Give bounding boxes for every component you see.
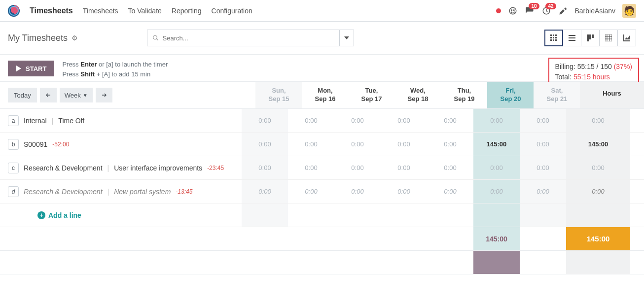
view-list[interactable] <box>563 30 581 46</box>
row-label[interactable]: aInternal|Time Off <box>0 109 242 132</box>
time-cell[interactable]: 0:00 <box>334 109 381 132</box>
recording-indicator-icon <box>496 8 501 13</box>
app-icon[interactable] <box>8 5 20 17</box>
time-cell[interactable]: 145:00 <box>473 133 520 156</box>
time-cell[interactable]: 0:00 <box>242 109 288 132</box>
list-icon <box>569 34 575 41</box>
time-cell[interactable]: 0:00 <box>288 156 334 179</box>
period-selector[interactable]: Week ▼ <box>60 88 93 102</box>
empty-hours-cell <box>566 203 630 227</box>
time-cell[interactable]: 0:00 <box>381 109 427 132</box>
empty-cell <box>381 203 427 227</box>
svg-point-4 <box>153 35 157 39</box>
chevron-down-icon <box>344 35 349 40</box>
view-pivot[interactable] <box>599 30 618 46</box>
add-line-label: Add a line <box>48 211 81 219</box>
time-cell[interactable]: 0:00 <box>381 180 427 203</box>
today-button[interactable]: Today <box>8 88 37 102</box>
day-header: Wed,Sep 18 <box>394 82 441 108</box>
grid-icon <box>550 34 557 41</box>
time-cell[interactable]: 0:00 <box>427 180 473 203</box>
time-cell[interactable]: 0:00 <box>520 156 566 179</box>
time-cell[interactable]: 0:00 <box>520 109 566 132</box>
day-header: Mon,Sep 16 <box>302 82 348 108</box>
time-cell[interactable]: 0:00 <box>381 133 427 156</box>
time-cell[interactable]: 0:00 <box>334 133 381 156</box>
foot-cell <box>242 251 288 274</box>
time-cell[interactable]: 0:00 <box>242 180 288 203</box>
svg-rect-17 <box>569 40 575 41</box>
empty-cell <box>520 203 566 227</box>
search-box[interactable] <box>147 30 339 46</box>
time-cell[interactable]: 0:00 <box>288 180 334 203</box>
row-key[interactable]: a <box>8 115 19 126</box>
view-graph[interactable] <box>617 30 636 46</box>
row-label[interactable]: dResearch & Development|New portal syste… <box>0 180 242 203</box>
nav-reporting[interactable]: Reporting <box>172 7 202 15</box>
topbar-right: 10 42 BarbieAsianv 🧑 <box>496 4 637 18</box>
foot-label <box>0 251 242 274</box>
nav-to-validate[interactable]: To Validate <box>128 7 162 15</box>
activities-icon[interactable]: 42 <box>541 6 551 16</box>
next-button[interactable] <box>96 88 112 102</box>
prev-button[interactable] <box>40 88 57 102</box>
messages-icon[interactable]: 10 <box>525 6 535 16</box>
time-cell[interactable]: 0:00 <box>427 133 473 156</box>
row-key[interactable]: b <box>8 139 19 150</box>
day-headers: Sun,Sep 15Mon,Sep 16Tue,Sep 17Wed,Sep 18… <box>255 82 580 108</box>
day-header: Fri,Sep 20 <box>487 82 534 108</box>
nav-timesheets[interactable]: Timesheets <box>83 7 118 15</box>
view-grid[interactable] <box>544 30 563 46</box>
time-cell[interactable]: 0:00 <box>427 156 473 179</box>
plus-icon: + <box>37 211 45 219</box>
svg-rect-12 <box>550 39 552 41</box>
overtime-badge: -13:45 <box>176 188 192 195</box>
add-line-button[interactable]: + Add a line <box>8 211 81 219</box>
task-name: New portal system <box>114 188 171 196</box>
search-group <box>147 30 354 46</box>
nav-configuration[interactable]: Configuration <box>212 7 252 15</box>
time-cell[interactable]: 0:00 <box>242 156 288 179</box>
table-row: dResearch & Development|New portal syste… <box>0 180 644 203</box>
time-cell[interactable]: 0:00 <box>473 180 520 203</box>
row-label[interactable]: cResearch & Development|User interface i… <box>0 156 242 179</box>
time-cell[interactable]: 0:00 <box>334 156 381 179</box>
support-icon[interactable] <box>508 6 518 16</box>
row-key[interactable]: d <box>8 186 19 197</box>
time-cell[interactable]: 0:00 <box>242 133 288 156</box>
separator: | <box>107 164 109 172</box>
time-cell[interactable]: 0:00 <box>473 156 520 179</box>
time-cell[interactable]: 0:00 <box>288 133 334 156</box>
avatar[interactable]: 🧑 <box>622 4 636 18</box>
action-row: START Press Enter or [a] to launch the t… <box>0 54 644 82</box>
row-key[interactable]: c <box>8 163 19 173</box>
day-header: Sat,Sep 21 <box>534 82 580 108</box>
totals-label <box>0 227 242 250</box>
row-total: 145:00 <box>566 133 630 156</box>
nav-row: Today Week ▼ Sun,Sep 15Mon,Sep 16Tue,Sep… <box>0 82 644 109</box>
search-dropdown[interactable] <box>339 30 354 46</box>
row-label[interactable]: bS00091-52:00 <box>0 133 242 156</box>
time-cell[interactable]: 0:00 <box>334 180 381 203</box>
time-cell[interactable]: 0:00 <box>427 109 473 132</box>
time-cell[interactable]: 0:00 <box>520 133 566 156</box>
time-cell[interactable]: 0:00 <box>473 109 520 132</box>
total-cell <box>427 227 473 250</box>
debug-tools-icon[interactable] <box>558 6 568 16</box>
svg-rect-8 <box>555 34 557 36</box>
day-header: Tue,Sep 17 <box>348 82 394 108</box>
search-input[interactable] <box>163 34 335 42</box>
time-cell[interactable]: 0:00 <box>288 109 334 132</box>
user-name[interactable]: BarbieAsianv <box>575 7 616 15</box>
start-button[interactable]: START <box>8 61 54 76</box>
chevron-down-icon: ▼ <box>83 93 88 98</box>
start-label: START <box>26 65 46 72</box>
gear-icon[interactable]: ⚙ <box>72 34 78 42</box>
timer-hints: Press Enter or [a] to launch the timer P… <box>62 60 168 79</box>
time-cell[interactable]: 0:00 <box>520 180 566 203</box>
view-kanban[interactable] <box>581 30 600 46</box>
time-cell[interactable]: 0:00 <box>381 156 427 179</box>
day-header: Sun,Sep 15 <box>255 82 302 108</box>
foot-cell <box>381 251 427 274</box>
topbar-left: Timesheets Timesheets To Validate Report… <box>8 5 252 17</box>
